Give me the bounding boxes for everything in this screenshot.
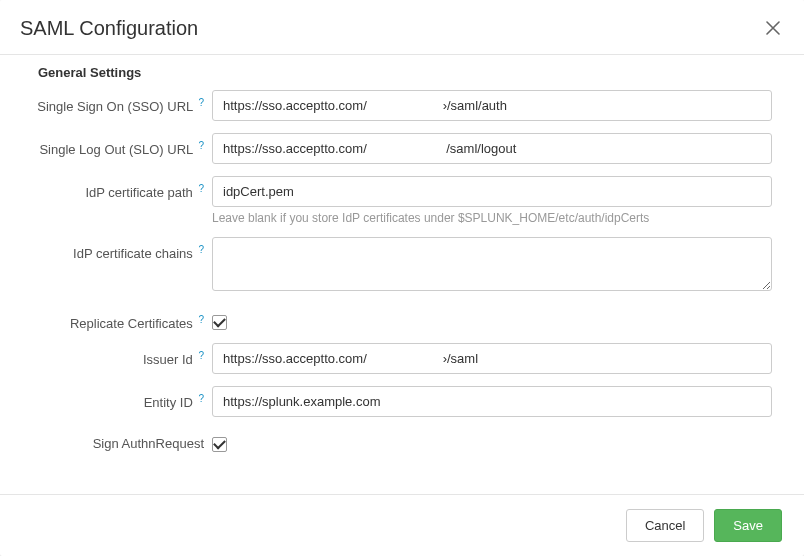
label-idp-cert-path-text: IdP certificate path xyxy=(85,185,192,200)
help-icon[interactable]: ? xyxy=(198,97,204,108)
help-icon[interactable]: ? xyxy=(198,140,204,151)
control-idp-cert-chains xyxy=(212,237,782,295)
row-idp-cert-chains: IdP certificate chains ? xyxy=(22,231,782,301)
modal-body[interactable]: General Settings Single Sign On (SSO) UR… xyxy=(0,55,804,494)
help-icon[interactable]: ? xyxy=(198,183,204,194)
cancel-button[interactable]: Cancel xyxy=(626,509,704,542)
close-icon[interactable] xyxy=(762,16,784,40)
idp-cert-chains-textarea[interactable] xyxy=(212,237,772,291)
label-issuer-id: Issuer Id ? xyxy=(22,343,212,367)
label-replicate-certs-text: Replicate Certificates xyxy=(70,316,193,331)
label-issuer-id-text: Issuer Id xyxy=(143,353,193,368)
modal-title: SAML Configuration xyxy=(20,17,198,40)
label-slo-url-text: Single Log Out (SLO) URL xyxy=(39,142,192,157)
section-general-settings: General Settings xyxy=(22,55,782,84)
control-entity-id xyxy=(212,386,782,417)
control-sso-url xyxy=(212,90,782,121)
label-idp-cert-path: IdP certificate path ? xyxy=(22,176,212,200)
label-sign-authn-text: Sign AuthnRequest xyxy=(93,436,204,451)
control-replicate-certs xyxy=(212,307,782,330)
label-sso-url: Single Sign On (SSO) URL ? xyxy=(22,90,212,114)
hint-idp-cert-path: Leave blank if you store IdP certificate… xyxy=(212,211,772,225)
label-entity-id-text: Entity ID xyxy=(144,396,193,411)
sign-authn-checkbox[interactable] xyxy=(212,437,227,452)
label-slo-url: Single Log Out (SLO) URL ? xyxy=(22,133,212,157)
help-icon[interactable]: ? xyxy=(198,244,204,255)
modal-footer: Cancel Save xyxy=(0,494,804,556)
modal-header: SAML Configuration xyxy=(0,0,804,55)
help-icon[interactable]: ? xyxy=(198,314,204,325)
sso-url-input[interactable] xyxy=(212,90,772,121)
help-icon[interactable]: ? xyxy=(198,350,204,361)
control-idp-cert-path: Leave blank if you store IdP certificate… xyxy=(212,176,782,225)
label-entity-id: Entity ID ? xyxy=(22,386,212,410)
slo-url-input[interactable] xyxy=(212,133,772,164)
issuer-id-input[interactable] xyxy=(212,343,772,374)
save-button[interactable]: Save xyxy=(714,509,782,542)
entity-id-input[interactable] xyxy=(212,386,772,417)
row-issuer-id: Issuer Id ? xyxy=(22,337,782,380)
label-replicate-certs: Replicate Certificates ? xyxy=(22,307,212,331)
label-idp-cert-chains: IdP certificate chains ? xyxy=(22,237,212,261)
saml-config-modal: SAML Configuration General Settings Sing… xyxy=(0,0,804,556)
row-slo-url: Single Log Out (SLO) URL ? xyxy=(22,127,782,170)
control-issuer-id xyxy=(212,343,782,374)
replicate-certs-checkbox[interactable] xyxy=(212,315,227,330)
control-sign-authn xyxy=(212,429,782,452)
idp-cert-path-input[interactable] xyxy=(212,176,772,207)
label-sso-url-text: Single Sign On (SSO) URL xyxy=(37,99,193,114)
row-sso-url: Single Sign On (SSO) URL ? xyxy=(22,84,782,127)
row-idp-cert-path: IdP certificate path ? Leave blank if yo… xyxy=(22,170,782,231)
help-icon[interactable]: ? xyxy=(198,393,204,404)
row-entity-id: Entity ID ? xyxy=(22,380,782,423)
label-sign-authn: Sign AuthnRequest xyxy=(22,429,212,451)
row-sign-authn: Sign AuthnRequest xyxy=(22,423,782,458)
label-idp-cert-chains-text: IdP certificate chains xyxy=(73,246,193,261)
row-replicate-certs: Replicate Certificates ? xyxy=(22,301,782,337)
control-slo-url xyxy=(212,133,782,164)
